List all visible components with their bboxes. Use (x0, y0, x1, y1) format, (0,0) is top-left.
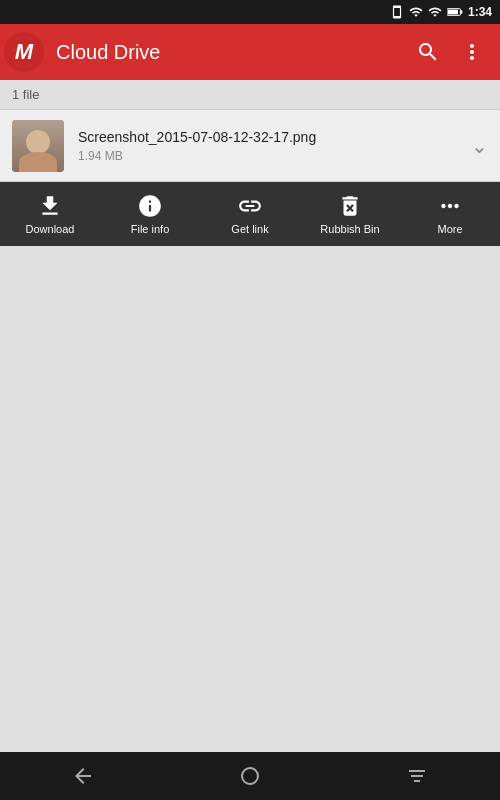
app-title: Cloud Drive (56, 41, 408, 64)
thumbnail-image (12, 120, 64, 172)
main-content (0, 246, 500, 752)
file-info: Screenshot_2015-07-08-12-32-17.png 1.94 … (78, 129, 471, 163)
file-size: 1.94 MB (78, 149, 471, 163)
recents-button[interactable] (387, 756, 447, 796)
svg-rect-2 (448, 10, 458, 15)
more-svg (437, 193, 463, 219)
fileinfo-icon (137, 193, 163, 219)
download-icon (37, 193, 63, 219)
file-item[interactable]: Screenshot_2015-07-08-12-32-17.png 1.94 … (0, 110, 500, 182)
file-count-text: 1 file (12, 87, 39, 102)
home-icon (238, 764, 262, 788)
battery-icon (447, 6, 463, 18)
back-button[interactable] (53, 756, 113, 796)
link-svg (237, 193, 263, 219)
nav-bar (0, 752, 500, 800)
screenshot-icon (390, 5, 404, 19)
app-bar-actions (408, 32, 492, 72)
rubbishbin-label: Rubbish Bin (320, 223, 379, 235)
more-icon (437, 193, 463, 219)
file-count-bar: 1 file (0, 80, 500, 110)
status-bar: 1:34 (0, 0, 500, 24)
signal-icon (409, 5, 423, 19)
app-bar: M Cloud Drive (0, 24, 500, 80)
action-bar: Download File info Get link Rubbish Bin (0, 182, 500, 246)
info-svg (137, 193, 163, 219)
file-chevron-icon: ⌄ (471, 134, 488, 158)
getlink-icon (237, 193, 263, 219)
trash-svg (337, 193, 363, 219)
back-icon (71, 764, 95, 788)
search-icon (416, 40, 440, 64)
more-vertical-icon (460, 40, 484, 64)
getlink-label: Get link (231, 223, 268, 235)
download-label: Download (26, 223, 75, 235)
download-svg (37, 193, 63, 219)
status-icons: 1:34 (390, 5, 492, 19)
more-label: More (437, 223, 462, 235)
rubbishbin-icon (337, 193, 363, 219)
recents-icon (405, 764, 429, 788)
home-button[interactable] (220, 756, 280, 796)
logo-letter: M (15, 41, 33, 63)
download-action[interactable]: Download (0, 182, 100, 246)
file-thumbnail (12, 120, 64, 172)
status-time: 1:34 (468, 5, 492, 19)
more-action[interactable]: More (400, 182, 500, 246)
search-button[interactable] (408, 32, 448, 72)
fileinfo-action[interactable]: File info (100, 182, 200, 246)
wifi-icon (428, 5, 442, 19)
overflow-menu-button[interactable] (452, 32, 492, 72)
rubbishbin-action[interactable]: Rubbish Bin (300, 182, 400, 246)
file-name: Screenshot_2015-07-08-12-32-17.png (78, 129, 471, 145)
svg-rect-1 (460, 10, 462, 13)
fileinfo-label: File info (131, 223, 170, 235)
getlink-action[interactable]: Get link (200, 182, 300, 246)
app-logo[interactable]: M (4, 32, 44, 72)
